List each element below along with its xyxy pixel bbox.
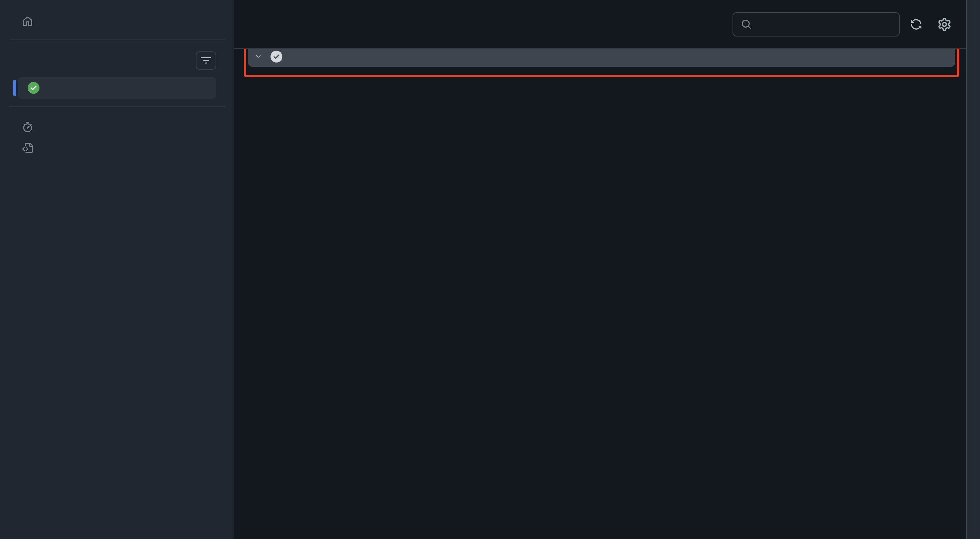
file-code-icon (22, 143, 33, 153)
step-row-sign-image-keyless[interactable] (248, 49, 955, 67)
sidebar-job-item[interactable] (18, 77, 216, 99)
filter-icon (201, 55, 211, 66)
sidebar-item-usage[interactable] (0, 116, 234, 138)
sidebar (0, 0, 234, 539)
check-circle-icon (270, 51, 282, 62)
job-header (234, 0, 966, 49)
sidebar-divider (9, 40, 225, 40)
gear-icon (938, 18, 951, 31)
refresh-logs-button[interactable] (909, 17, 923, 32)
all-jobs-header (0, 51, 234, 70)
sidebar-item-summary[interactable] (0, 11, 234, 32)
filter-jobs-button[interactable] (196, 51, 216, 70)
search-logs-box (733, 12, 900, 37)
log-panel (234, 0, 966, 539)
scrollbar-gutter[interactable] (966, 0, 980, 539)
search-icon (741, 19, 752, 30)
annotation-highlight-box (244, 49, 959, 77)
stopwatch-icon (22, 122, 33, 132)
header-controls (733, 12, 952, 37)
sync-icon (910, 18, 922, 30)
check-circle-icon (28, 82, 40, 94)
log-settings-button[interactable] (937, 17, 952, 32)
sidebar-divider (9, 106, 225, 107)
workflow-run-page (0, 0, 980, 539)
sidebar-item-workflow-file[interactable] (0, 138, 234, 159)
selected-job-indicator (13, 79, 16, 96)
home-icon (22, 16, 33, 27)
search-logs-input[interactable] (757, 19, 891, 30)
job-list (0, 77, 234, 99)
steps-scroll-area[interactable] (234, 49, 966, 539)
step-log-output (246, 67, 957, 75)
chevron-down-icon (255, 53, 262, 60)
